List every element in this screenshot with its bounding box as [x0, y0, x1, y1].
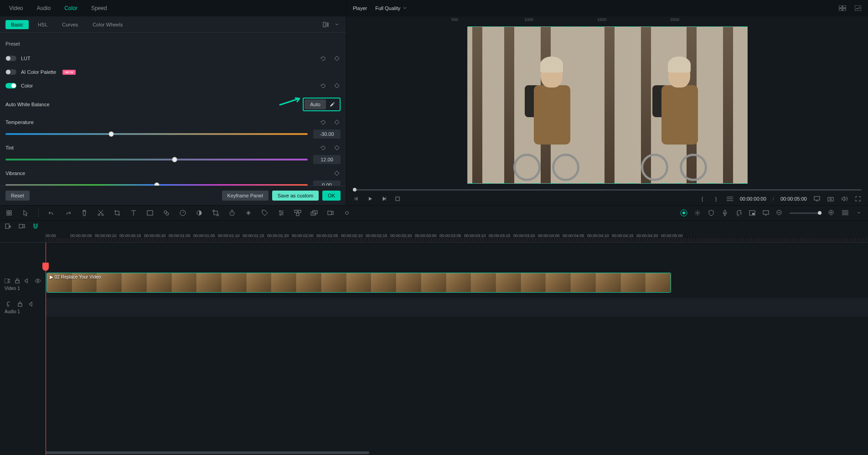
- tint-slider[interactable]: [5, 159, 308, 160]
- select-tool-icon[interactable]: [5, 209, 13, 217]
- subtab-curves[interactable]: Curves: [57, 20, 83, 29]
- tint-value[interactable]: 12.00: [313, 155, 341, 164]
- screen-icon[interactable]: [813, 195, 821, 202]
- eyedropper-button[interactable]: [326, 99, 339, 109]
- tab-audio[interactable]: Audio: [36, 5, 51, 11]
- reset-button[interactable]: Reset: [5, 191, 30, 201]
- ok-button[interactable]: OK: [322, 191, 341, 201]
- scrubber-handle[interactable]: [353, 188, 356, 191]
- lock-icon[interactable]: [15, 277, 20, 284]
- link-icon[interactable]: [343, 209, 351, 217]
- undo-icon[interactable]: [48, 209, 55, 217]
- keyframe-icon[interactable]: [333, 170, 341, 177]
- crop-icon[interactable]: [114, 209, 121, 217]
- tab-speed[interactable]: Speed: [91, 5, 107, 11]
- timeline-ruler[interactable]: 00:00 00:00:00:05 00:00:00:10 00:00:00:1…: [0, 232, 868, 243]
- auto-button[interactable]: Auto: [305, 99, 326, 109]
- track-icon[interactable]: [245, 209, 252, 217]
- subtab-hsl[interactable]: HSL: [32, 20, 53, 29]
- prev-frame-icon[interactable]: [353, 195, 360, 202]
- reset-icon[interactable]: [320, 82, 327, 89]
- slider-handle[interactable]: [154, 182, 160, 186]
- zoom-in-icon[interactable]: [828, 209, 835, 217]
- gear-icon[interactable]: [694, 209, 701, 217]
- zoom-slider[interactable]: [790, 212, 822, 214]
- slider-handle[interactable]: [172, 157, 177, 162]
- list-view-icon[interactable]: [842, 209, 849, 217]
- stop-icon[interactable]: [394, 195, 401, 202]
- vibrance-value[interactable]: 0.00: [313, 181, 341, 186]
- add-media-icon[interactable]: [5, 222, 12, 230]
- reset-icon[interactable]: [320, 55, 327, 62]
- horizontal-scrollbar[interactable]: [46, 451, 369, 454]
- snapshot-icon[interactable]: [827, 195, 834, 202]
- redo-icon[interactable]: [64, 209, 72, 217]
- mic-icon[interactable]: [721, 209, 728, 217]
- ai-palette-toggle[interactable]: [5, 69, 16, 75]
- tab-video[interactable]: Video: [9, 5, 23, 11]
- group-icon[interactable]: [294, 209, 301, 217]
- keyframe-icon[interactable]: [333, 82, 341, 89]
- color-icon[interactable]: [196, 209, 203, 217]
- slider-handle[interactable]: [108, 131, 114, 137]
- shield-icon[interactable]: [708, 209, 715, 217]
- mark-out-icon[interactable]: }: [713, 195, 720, 202]
- tab-color[interactable]: Color: [64, 5, 78, 11]
- chevron-down-icon[interactable]: [333, 21, 341, 28]
- audio-track-icon[interactable]: [5, 300, 12, 308]
- fullscreen-icon[interactable]: [854, 195, 862, 202]
- effects-icon[interactable]: [163, 209, 170, 217]
- mute-icon[interactable]: [25, 277, 30, 284]
- save-as-custom-button[interactable]: Save as custom: [272, 191, 319, 201]
- image-view-icon[interactable]: [854, 5, 862, 12]
- preview-area[interactable]: [346, 24, 868, 186]
- text-icon[interactable]: [130, 209, 137, 217]
- lock-icon[interactable]: [16, 300, 24, 308]
- magnet-icon[interactable]: [32, 222, 39, 230]
- timer-icon[interactable]: [228, 209, 236, 217]
- mark-in-icon[interactable]: {: [699, 195, 706, 202]
- tag-icon[interactable]: [261, 209, 269, 217]
- reset-icon[interactable]: [320, 144, 327, 151]
- volume-icon[interactable]: [841, 195, 848, 202]
- delete-icon[interactable]: [81, 209, 88, 217]
- temperature-value[interactable]: -30.00: [313, 129, 341, 139]
- temperature-slider[interactable]: [5, 133, 308, 135]
- compare-icon[interactable]: [322, 21, 330, 28]
- eye-icon[interactable]: [35, 277, 41, 284]
- record-icon[interactable]: [327, 209, 334, 217]
- mute-icon[interactable]: [28, 300, 36, 308]
- pip-icon[interactable]: [749, 209, 756, 217]
- scrubber[interactable]: [353, 189, 862, 191]
- layers-icon[interactable]: [310, 209, 318, 217]
- record-icon[interactable]: [18, 222, 26, 230]
- enhance-icon[interactable]: [680, 209, 687, 217]
- transform-icon[interactable]: [212, 209, 219, 217]
- video-track-icon[interactable]: [5, 277, 10, 284]
- grid-view-icon[interactable]: [839, 5, 846, 12]
- music-icon[interactable]: [735, 209, 742, 217]
- keyframe-icon[interactable]: [333, 144, 341, 151]
- zoom-handle[interactable]: [818, 211, 822, 215]
- speed-icon[interactable]: [179, 209, 186, 217]
- keyframe-icon[interactable]: [333, 119, 341, 126]
- zoom-out-icon[interactable]: [776, 209, 783, 217]
- play-icon[interactable]: [367, 195, 374, 202]
- subtab-basic[interactable]: Basic: [5, 20, 29, 29]
- subtab-color-wheels[interactable]: Color Wheels: [87, 20, 128, 29]
- playhead[interactable]: [46, 243, 46, 455]
- dropdown-icon[interactable]: [855, 209, 863, 217]
- reset-icon[interactable]: [320, 119, 327, 126]
- quality-dropdown[interactable]: Full Quality: [375, 5, 407, 11]
- next-frame-icon[interactable]: [380, 195, 388, 202]
- lut-toggle[interactable]: [5, 56, 16, 61]
- keyframe-icon[interactable]: [333, 55, 341, 62]
- adjust-icon[interactable]: [278, 209, 285, 217]
- keyframe-panel-button[interactable]: Keyframe Panel: [222, 191, 269, 201]
- color-toggle[interactable]: [5, 83, 16, 88]
- screen2-icon[interactable]: [762, 209, 770, 217]
- cursor-tool-icon[interactable]: [22, 209, 29, 217]
- playhead-handle[interactable]: [42, 263, 49, 271]
- frame-icon[interactable]: [146, 209, 154, 217]
- list-icon[interactable]: [726, 195, 734, 202]
